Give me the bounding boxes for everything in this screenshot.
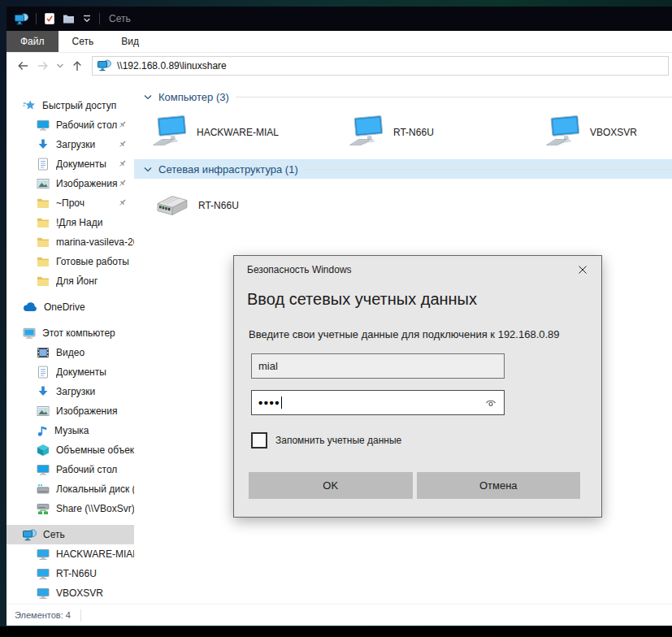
sidebar-item[interactable]: Локальный диск (C [7,479,134,499]
remember-label: Запомнить учетные данные [275,435,401,446]
group-header[interactable]: Компьютер (3) [144,88,672,106]
sidebar-item[interactable]: RT-N66U [7,564,134,583]
music-icon [37,424,48,437]
tile-item[interactable]: RT-N66U [151,185,348,226]
sidebar-item-label: Музыка [54,425,134,436]
group-rule [236,97,672,98]
sidebar-item[interactable]: Готовые работы [7,252,134,271]
computer-icon [37,548,50,561]
pin-icon [118,159,127,171]
sidebar-item[interactable]: Рабочий стол [7,460,134,479]
sidebar-item[interactable]: Видео [7,343,134,362]
up-button[interactable] [67,56,87,76]
computer-icon [37,587,50,600]
sidebar-item[interactable]: Сеть [7,525,134,544]
pin-icon [118,198,127,210]
sidebar-item[interactable]: Рабочий стол [7,115,134,135]
sidebar-item[interactable]: ~Проч [7,193,134,213]
properties-check-icon[interactable] [44,12,55,25]
desktop: { "window": { "titlebar": { "title": "Се… [0,0,672,637]
close-icon[interactable] [575,262,590,277]
quick-access-icon [23,99,36,112]
back-button[interactable] [13,56,33,76]
sidebar-item[interactable]: HACKWARE-MIAL [7,544,134,564]
computer-icon [37,568,50,580]
tile-item[interactable]: HACKWARE-MIAL [151,112,348,153]
sidebar-item[interactable]: Для Йонг [7,271,134,291]
sidebar-item-label: marina-vasileva-201 [56,236,134,248]
sidebar-item-label: Видео [56,347,134,358]
username-field[interactable]: mial [251,353,505,379]
tab-network[interactable]: Сеть [59,31,108,52]
dialog-heading: Ввод сетевых учетных данных [247,290,588,309]
cancel-button[interactable]: Отмена [417,472,581,499]
sidebar-item[interactable]: Share (\\VBoxSvr) (Z [7,499,134,518]
sidebar-item[interactable]: Объемные объект [7,440,134,460]
tile-label: RT-N66U [198,200,239,211]
customize-toolbar-icon[interactable] [82,15,92,24]
sidebar-item[interactable]: Этот компьютер [7,323,134,343]
folder-icon [37,255,50,268]
sidebar-item-label: Быстрый доступ [42,100,134,111]
reveal-password-icon[interactable] [484,398,497,408]
sidebar-item[interactable]: marina-vasileva-201 [7,232,134,252]
dialog-buttons: OK Отмена [249,472,580,499]
sidebar-item[interactable]: Загрузки [7,382,134,401]
sidebar-section: OneDrive [7,297,134,317]
sidebar-item[interactable]: Изображения [7,174,134,193]
sidebar-item-label: RT-N66U [56,568,134,579]
sidebar-item[interactable]: VBOXSVR [7,583,134,603]
sidebar-item[interactable]: Быстрый доступ [7,96,134,115]
tile-label: RT-N66U [393,127,434,138]
sidebar-item[interactable]: Музыка [7,421,134,440]
address-bar[interactable]: \\192.168.0.89\linuxshare [92,56,669,76]
navigation-pane: Быстрый доступРабочий столЗагрузкиДокуме… [7,78,134,604]
folder-icon [37,236,50,249]
sidebar-item[interactable]: Документы [7,154,134,174]
onedrive-icon [23,302,37,312]
sidebar-item-label: Share (\\VBoxSvr) (Z [56,503,134,514]
sidebar-item[interactable]: Загрузки [7,135,134,154]
tile-label: VBOXSVR [590,127,637,138]
password-masked-value: •••• [258,396,282,410]
remember-row: Запомнить учетные данные [251,432,601,448]
password-field[interactable]: •••• [251,390,505,415]
tab-file[interactable]: Файл [7,31,59,52]
router-icon [151,191,190,220]
new-folder-icon[interactable] [63,13,75,24]
this-pc-icon [23,327,36,340]
computer-tile-icon [544,114,582,151]
sidebar-item-label: !Для Нади [56,217,134,228]
desktop-icon [37,119,50,132]
text-caret [281,396,282,409]
network-computer-icon [15,13,28,25]
tab-view[interactable]: Вид [107,31,153,52]
pictures-icon [37,405,50,418]
sidebar-item-label: Рабочий стол [56,464,134,475]
sidebar-item[interactable]: Документы [7,362,134,382]
address-path: \\192.168.0.89\linuxshare [117,60,227,72]
sidebar-item-label: VBOXSVR [56,587,134,599]
net-drive-icon [37,503,50,515]
titlebar: Сеть [7,6,672,31]
ribbon-tabs: Файл Сеть Вид [7,31,672,53]
dialog-header: Безопасность Windows [234,256,601,277]
documents-icon [37,158,50,171]
ok-button[interactable]: OK [249,472,413,499]
sidebar-item[interactable]: Изображения [7,401,134,421]
recent-locations-chevron[interactable] [54,56,67,76]
remember-checkbox[interactable] [251,432,267,448]
sidebar-item[interactable]: !Для Нади [7,213,134,232]
sidebar-item-label: Этот компьютер [42,327,134,339]
tile-item[interactable]: VBOXSVR [544,112,672,153]
group-header[interactable]: Сетевая инфраструктура (1) [134,159,672,179]
chevron-down-icon [144,163,152,176]
pin-icon [118,179,127,190]
tile-item[interactable]: RT-N66U [348,112,544,153]
sidebar-item-label: Сеть [43,529,134,540]
sidebar-item-label: Для Йонг [56,275,134,287]
pin-icon [118,140,127,151]
sidebar-item[interactable]: OneDrive [7,297,134,317]
navigation-bar: \\192.168.0.89\linuxshare [7,53,672,78]
sidebar-item-label: Локальный диск (C [56,483,134,495]
